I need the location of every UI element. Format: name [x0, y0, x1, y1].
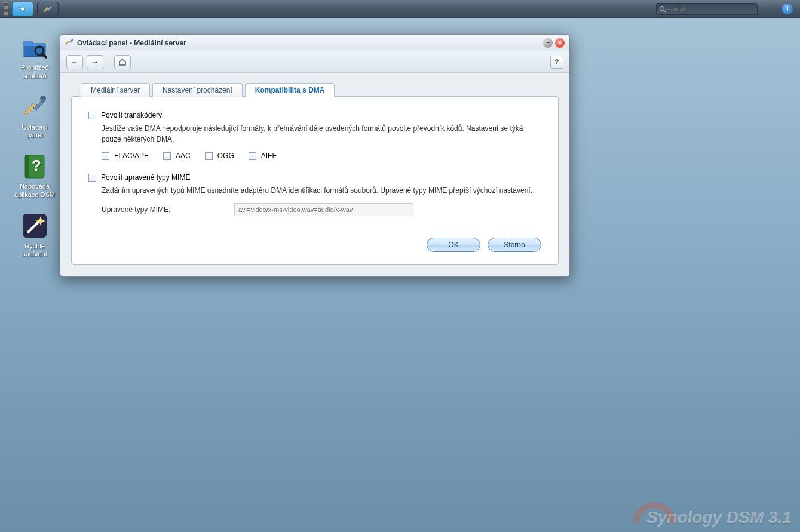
back-button[interactable]: ← — [66, 55, 83, 69]
mime-input-row: Upravené typy MIME: — [102, 203, 541, 216]
svg-marker-0 — [19, 7, 26, 12]
svg-point-5 — [40, 96, 46, 102]
tab-browse-settings[interactable]: Nastavení procházení — [152, 83, 243, 97]
close-button[interactable]: ✕ — [555, 38, 565, 48]
svg-line-4 — [42, 54, 47, 58]
tools-icon — [20, 93, 49, 121]
minimize-icon: – — [546, 40, 550, 46]
main-menu-button[interactable] — [12, 2, 33, 16]
mime-checkbox-label: Povolit upravené typy MIME — [101, 173, 190, 182]
format-label: AAC — [176, 152, 191, 160]
close-icon: ✕ — [557, 40, 562, 46]
dialog-button-row: OK Storno — [88, 238, 541, 252]
transcoder-desc: Jestliže vaše DMA nepodporuje následujíc… — [102, 123, 541, 144]
format-aiff-checkbox[interactable] — [249, 152, 256, 160]
window-toolbar: ← → ? — [60, 51, 569, 73]
format-flac-checkbox[interactable] — [102, 152, 109, 160]
format-label: FLAC/APE — [114, 152, 149, 160]
folder-search-icon — [20, 33, 49, 61]
info-icon: ! — [786, 5, 789, 13]
search-box[interactable] — [656, 3, 758, 15]
arrow-right-icon: → — [91, 58, 99, 66]
tools-icon — [43, 4, 53, 14]
gauge-icon — [630, 496, 678, 526]
minimize-button[interactable]: – — [543, 38, 553, 48]
transcoder-checkbox-row: Povolit transkódery — [88, 111, 541, 119]
tab-panel: Povolit transkódery Jestliže vaše DMA ne… — [71, 96, 559, 265]
svg-line-2 — [664, 10, 666, 12]
desktop-icon-label: spuštění — [22, 250, 47, 259]
desktop-icon-label: Ovládací — [22, 124, 47, 132]
format-ogg-checkbox[interactable] — [205, 152, 213, 160]
format-aac-checkbox[interactable] — [163, 152, 171, 160]
desktop-icon-label: aplikace DSM — [14, 191, 55, 199]
window-content: Mediální server Nastavení procházení Kom… — [60, 73, 569, 276]
desktop-icon-label: panel — [27, 131, 43, 140]
window-title: Ovládací panel - Mediální server — [77, 39, 186, 47]
window-tools-icon — [65, 38, 73, 48]
desktop-icon-label: Rychlé — [24, 242, 45, 251]
mime-checkbox[interactable] — [88, 174, 96, 182]
taskbar: ! — [0, 0, 800, 18]
help-button[interactable]: ? — [550, 56, 563, 69]
taskbar-grip[interactable] — [4, 2, 8, 16]
mime-desc: Zadáním upravených typů MIME usnadníte a… — [102, 185, 541, 196]
taskbar-separator — [764, 3, 764, 15]
svg-point-1 — [660, 6, 664, 10]
info-button[interactable]: ! — [782, 4, 793, 14]
mime-field-label: Upravené typy MIME: — [102, 205, 227, 214]
transcoder-label: Povolit transkódery — [101, 111, 162, 119]
tabs: Mediální server Nastavení procházení Kom… — [81, 82, 559, 97]
help-book-icon: ? — [20, 152, 49, 180]
home-button[interactable] — [114, 55, 131, 69]
forward-button[interactable]: → — [87, 55, 103, 69]
tab-dma-compat[interactable]: Kompatibilita s DMA — [245, 83, 335, 97]
desktop-icon-help[interactable]: ? Nápověda aplikace DSM — [11, 152, 59, 199]
arrow-left-icon: ← — [71, 58, 78, 66]
watermark: Synology DSM 3.1 — [646, 508, 792, 527]
control-panel-window: Ovládací panel - Mediální server – ✕ ← →… — [60, 34, 570, 277]
format-label: AIFF — [261, 152, 277, 160]
svg-text:?: ? — [32, 156, 41, 174]
window-titlebar[interactable]: Ovládací panel - Mediální server – ✕ — [60, 35, 569, 51]
cancel-button[interactable]: Storno — [488, 238, 541, 252]
mime-checkbox-row: Povolit upravené typy MIME — [88, 173, 541, 182]
tools-button[interactable] — [37, 2, 59, 16]
search-input[interactable] — [666, 5, 755, 13]
desktop-icon-label: souborů — [23, 72, 47, 81]
transcoder-checkbox[interactable] — [88, 112, 96, 119]
format-label: OGG — [217, 152, 234, 160]
search-icon — [659, 5, 666, 13]
home-icon — [118, 58, 127, 66]
question-icon: ? — [554, 58, 559, 66]
tab-media-server[interactable]: Mediální server — [81, 83, 150, 97]
desktop-icon-control-panel[interactable]: Ovládací panel — [11, 93, 59, 140]
menu-dropdown-icon — [17, 5, 28, 13]
desktop-icon-label: Prohlížeč — [21, 64, 48, 72]
wand-icon — [20, 211, 49, 240]
desktop-icon-quick-start[interactable]: Rychlé spuštění — [11, 211, 59, 259]
desktop-icon-label: Nápověda — [20, 183, 50, 191]
svg-rect-7 — [25, 155, 29, 178]
desktop-icon-file-browser[interactable]: Prohlížeč souborů — [11, 33, 59, 81]
mime-input[interactable] — [234, 203, 413, 216]
ok-button[interactable]: OK — [427, 238, 480, 252]
desktop-icons: Prohlížeč souborů Ovládací panel ? Nápov… — [11, 33, 59, 259]
format-row: FLAC/APE AAC OGG AIFF — [102, 152, 541, 164]
